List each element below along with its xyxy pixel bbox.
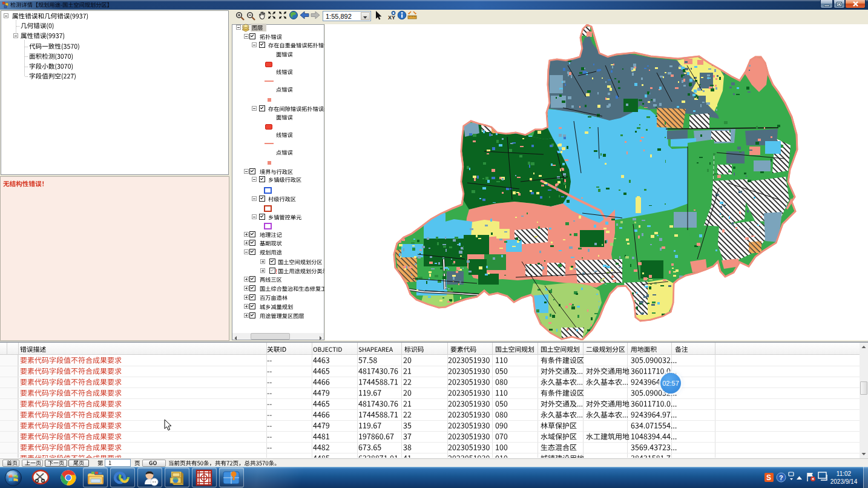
svg-text:XY: XY [388, 15, 395, 21]
